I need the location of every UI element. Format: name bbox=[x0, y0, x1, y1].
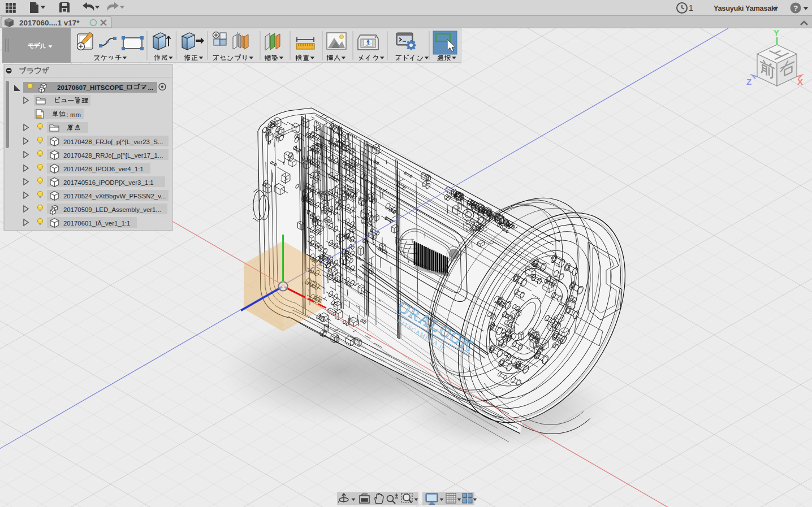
svg-text:...: ... bbox=[148, 84, 154, 91]
svg-text:20170524_vXtBbgvW_PFSSN2_v...: 20170524_vXtBbgvW_PFSSN2_v... bbox=[63, 193, 166, 200]
svg-text:: mm: : mm bbox=[67, 111, 81, 118]
svg-text:20170601_îÂ_ver1_1:1: 20170601_îÂ_ver1_1:1 bbox=[63, 220, 130, 227]
svg-text:1: 1 bbox=[689, 3, 693, 12]
svg-text:X: X bbox=[797, 77, 803, 86]
svg-text:20170428_IPOD6_ver4_1:1: 20170428_IPOD6_ver4_1:1 bbox=[63, 166, 144, 172]
svg-text:20170428_RRJo[_p[^[L_ver17_1..: 20170428_RRJo[_p[^[L_ver17_1... bbox=[63, 152, 163, 159]
svg-text:2017060....1 v17*: 2017060....1 v17* bbox=[19, 19, 80, 27]
svg-text:20170509_LED_Assembly_ver1...: 20170509_LED_Assembly_ver1... bbox=[63, 206, 161, 213]
svg-text:20170607_HITSCOPE_: 20170607_HITSCOPE_ bbox=[57, 84, 127, 91]
svg-text:20170428_FRJo[_p[^[L_ver23_S..: 20170428_FRJo[_p[^[L_ver23_S... bbox=[63, 138, 163, 145]
svg-text:Yasuyuki Yamasaki: Yasuyuki Yamasaki bbox=[714, 4, 777, 12]
svg-text:Y: Y bbox=[774, 28, 779, 37]
svg-text:?: ? bbox=[793, 4, 798, 12]
svg-text:Z: Z bbox=[746, 77, 751, 86]
svg-text:201740516_iPODP[X_ver3_1:1: 201740516_iPODP[X_ver3_1:1 bbox=[63, 179, 154, 186]
